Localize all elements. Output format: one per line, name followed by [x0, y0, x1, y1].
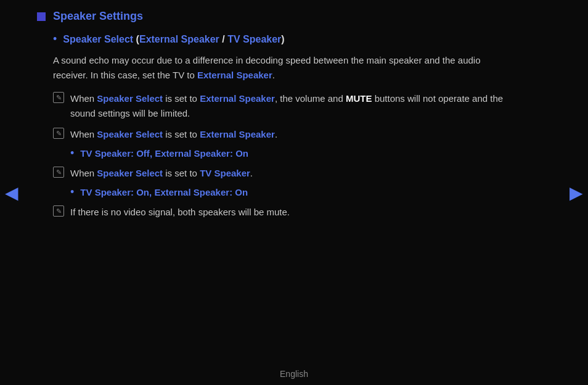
sb2-sep1: :	[131, 148, 136, 159]
note3-link2: TV Speaker	[200, 168, 250, 178]
note4-text: If there is no video signal, both speake…	[70, 207, 290, 217]
paren-close: )	[281, 34, 284, 44]
sub-bullet-text-2: TV Speaker: Off, External Speaker: On	[80, 148, 248, 159]
note3-mid: is set to	[163, 168, 200, 178]
note3-link1: Speaker Select	[97, 168, 163, 178]
description-period: .	[272, 70, 275, 80]
speaker-select-heading: • Speaker Select (External Speaker / TV …	[53, 34, 518, 46]
section-header: Speaker Settings	[37, 10, 518, 23]
note1-link2: External Speaker	[200, 93, 275, 104]
external-speaker-link: External Speaker	[139, 34, 219, 44]
note1-link1: Speaker Select	[97, 93, 163, 104]
note-icon-3: ✎	[53, 167, 64, 178]
speaker-select-link: Speaker Select	[63, 34, 133, 44]
note-2-text: When Speaker Select is set to External S…	[70, 127, 277, 142]
sb3-ext: External Speaker	[154, 187, 229, 197]
nav-left-arrow[interactable]: ◀	[5, 183, 18, 203]
description-external-link: External Speaker	[197, 70, 272, 80]
speaker-select-text: Speaker Select (External Speaker / TV Sp…	[63, 34, 284, 45]
note2-prefix: When	[70, 129, 97, 139]
note-icon-1: ✎	[53, 92, 64, 103]
sb2-off: Off	[136, 148, 150, 159]
note3-period: .	[250, 168, 253, 178]
note-3: ✎ When Speaker Select is set to TV Speak…	[53, 166, 518, 181]
description-block: A sound echo may occur due to a differen…	[53, 53, 518, 83]
sb3-sep2: :	[229, 187, 235, 197]
note3-prefix: When	[70, 168, 97, 178]
sub-bullet-dot-2: •	[70, 147, 74, 160]
note2-mid: is set to	[163, 129, 200, 139]
footer-language: English	[280, 369, 308, 379]
note1-prefix: When	[70, 93, 97, 104]
note-2: ✎ When Speaker Select is set to External…	[53, 127, 518, 142]
note-3-text: When Speaker Select is set to TV Speaker…	[70, 166, 253, 181]
note-1: ✎ When Speaker Select is set to External…	[53, 91, 518, 121]
sub-bullet-text-3: TV Speaker: On, External Speaker: On	[80, 187, 248, 197]
sub-bullet-2: • TV Speaker: Off, External Speaker: On	[70, 148, 518, 160]
note2-link1: Speaker Select	[97, 129, 163, 139]
sb2-ext: External Speaker	[155, 148, 230, 159]
main-content: Speaker Settings • Speaker Select (Exter…	[0, 0, 555, 250]
note-icon-2: ✎	[53, 128, 64, 139]
note1-mute: MUTE	[346, 93, 372, 104]
note2-period: .	[275, 129, 277, 139]
paren-open: (	[133, 34, 139, 44]
note-4: ✎ If there is no video signal, both spea…	[53, 205, 518, 220]
note1-mid: is set to	[163, 93, 200, 104]
note1-comma: , the volume and	[275, 93, 346, 104]
sub-bullet-dot-3: •	[70, 186, 74, 199]
section-icon	[37, 12, 46, 21]
tv-speaker-link: TV Speaker	[227, 34, 281, 44]
note-4-text: If there is no video signal, both speake…	[70, 205, 290, 220]
sub-bullet-3: • TV Speaker: On, External Speaker: On	[70, 187, 518, 199]
note2-link2: External Speaker	[200, 129, 275, 139]
sb2-sep2: :	[230, 148, 235, 159]
sb3-on: On	[136, 187, 149, 197]
bullet-dot: •	[53, 33, 57, 46]
slash: /	[219, 34, 227, 44]
sb3-tv: TV Speaker	[80, 187, 131, 197]
nav-right-arrow[interactable]: ▶	[570, 183, 583, 203]
note-1-text: When Speaker Select is set to External S…	[70, 91, 518, 121]
sb2-tv: TV Speaker	[80, 148, 131, 159]
section-title: Speaker Settings	[53, 10, 143, 23]
sb3-on2: On	[235, 187, 248, 197]
footer: English	[0, 369, 588, 379]
note-icon-4: ✎	[53, 205, 64, 217]
sb2-comma: ,	[150, 148, 155, 159]
sb3-sep1: :	[131, 187, 136, 197]
sb2-on: On	[235, 148, 248, 159]
